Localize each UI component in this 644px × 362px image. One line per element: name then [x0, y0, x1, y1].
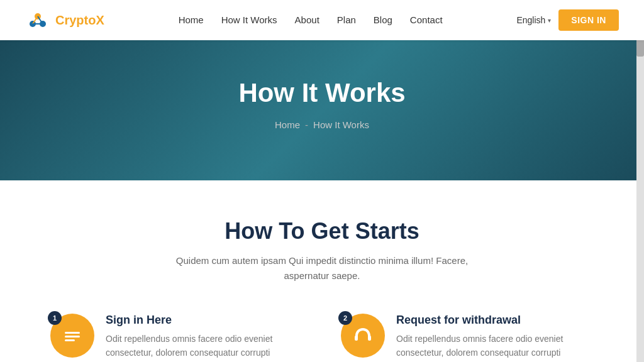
steps-grid: 1 Sign in Here Odit repellendus omnis fa… — [50, 314, 594, 362]
step-2-icon-wrapper: 2 — [341, 314, 385, 358]
step-2: 2 Request for withdrawal Odit repellendu… — [341, 314, 594, 362]
svg-rect-6 — [65, 332, 80, 334]
section-subtitle: Quidem cum autem ipsam Qui impedit disti… — [50, 253, 594, 283]
language-selector[interactable]: English ▾ — [516, 15, 551, 25]
nav-how-it-works[interactable]: How It Works — [221, 14, 277, 25]
step-1-icon-wrapper: 1 — [50, 314, 94, 358]
breadcrumb: Home - How It Works — [25, 119, 619, 130]
step-2-number: 2 — [338, 311, 352, 325]
svg-rect-9 — [355, 336, 358, 341]
svg-rect-8 — [65, 339, 75, 341]
signin-icon — [62, 326, 82, 346]
step-1-desc: Odit repellendus omnis facere odio eveni… — [106, 332, 303, 362]
svg-rect-7 — [65, 336, 80, 337]
svg-rect-10 — [368, 336, 371, 341]
section-title: How To Get Starts — [50, 218, 594, 244]
hero-section: How It Works Home - How It Works — [0, 40, 644, 180]
breadcrumb-home[interactable]: Home — [275, 119, 300, 130]
scrollbar[interactable] — [636, 0, 644, 362]
breadcrumb-separator: - — [305, 119, 308, 130]
nav-home[interactable]: Home — [179, 14, 204, 25]
nav-links: Home How It Works About Plan Blog Contac… — [179, 14, 443, 26]
nav-about[interactable]: About — [295, 14, 319, 25]
chevron-down-icon: ▾ — [548, 17, 551, 24]
step-2-content: Request for withdrawal Odit repellendus … — [396, 314, 594, 362]
logo[interactable]: CryptoX — [25, 8, 104, 33]
headset-icon — [353, 326, 373, 346]
nav-contact[interactable]: Contact — [410, 14, 443, 25]
hero-title: How It Works — [25, 78, 619, 108]
logo-icon — [25, 8, 50, 33]
nav-right: English ▾ SIGN IN — [516, 9, 619, 31]
logo-text: CryptoX — [55, 13, 104, 28]
main-content: How To Get Starts Quidem cum autem ipsam… — [0, 180, 644, 362]
step-1-title: Sign in Here — [106, 314, 303, 327]
navbar: CryptoX Home How It Works About Plan Blo… — [0, 0, 644, 40]
step-1: 1 Sign in Here Odit repellendus omnis fa… — [50, 314, 303, 362]
step-1-number: 1 — [48, 311, 62, 325]
section-heading: How To Get Starts — [50, 218, 594, 244]
step-2-title: Request for withdrawal — [396, 314, 594, 327]
signin-button[interactable]: SIGN IN — [558, 9, 619, 31]
nav-blog[interactable]: Blog — [374, 14, 392, 25]
step-1-content: Sign in Here Odit repellendus omnis face… — [106, 314, 303, 362]
step-2-desc: Odit repellendus omnis facere odio eveni… — [396, 332, 594, 362]
nav-plan[interactable]: Plan — [337, 14, 356, 25]
breadcrumb-current: How It Works — [313, 119, 369, 130]
language-label: English — [516, 15, 545, 25]
